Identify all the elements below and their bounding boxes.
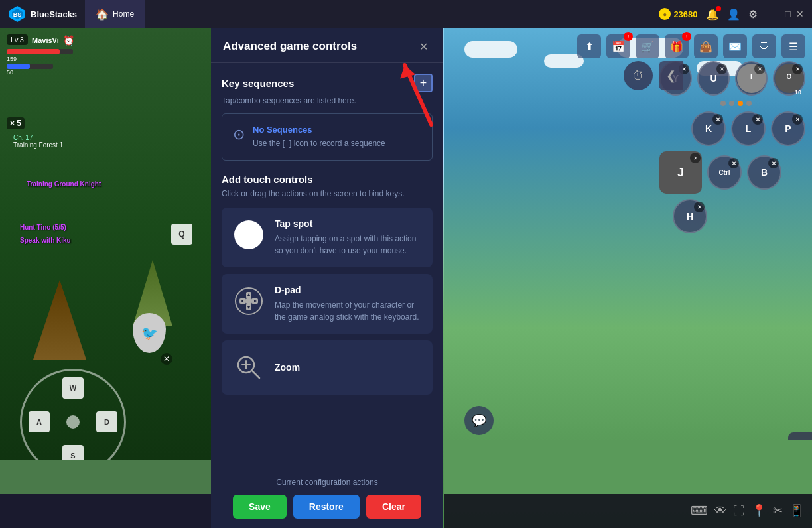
mail-icon[interactable]: ✉️ [723,34,747,58]
app-title: BlueStacks [31,9,77,19]
dpad-card[interactable]: D-pad Map the movement of your character… [222,274,433,334]
timer-btn[interactable]: ⏱ [624,61,653,90]
ctrl-key[interactable]: Ctrl ✕ [707,155,742,190]
d-key[interactable]: D [96,411,117,432]
coin-value: 23680 [673,9,697,19]
ctrl-key-close[interactable]: ✕ [728,158,739,168]
mp-bar [7,64,30,69]
top-bar-right: ● 23680 🔔 👤 ⚙ — □ ✕ [659,8,812,21]
clear-button[interactable]: Clear [366,495,421,519]
coin-icon: ● [659,8,671,20]
right-ground [444,440,812,494]
key-row-3: J ✕ Ctrl ✕ B ✕ [659,151,812,194]
hp-bar-container [7,49,73,54]
calendar-badge: ! [624,32,633,41]
home-tab-icon: 🏠 [96,8,109,21]
dpad-icon [232,285,265,318]
expand-toolbar-icon[interactable]: ⛶ [733,504,745,518]
k-key-close[interactable]: ✕ [712,114,723,125]
save-button[interactable]: Save [233,495,287,519]
l-key[interactable]: L ✕ [731,111,766,146]
phone-toolbar-icon[interactable]: 📱 [789,503,804,518]
footer-section-title: Current configuration actions [223,478,431,487]
shield-icon[interactable]: 🛡 [752,34,776,58]
zoom-icon [232,351,265,384]
i-key-close[interactable]: ✕ [754,64,765,74]
chat-btn[interactable]: 💬 [464,406,494,435]
location-name: Training Forest 1 [13,141,63,149]
bluestacks-logo-icon: BS [8,5,27,23]
profile-icon[interactable]: 👤 [727,8,740,21]
p-key[interactable]: P ✕ [771,111,805,146]
i-key[interactable]: I ✕ [735,61,768,96]
close-btn[interactable]: ✕ [796,9,804,19]
tap-spot-desc: Assign tapping on a spot with this actio… [275,233,422,257]
x-close-btn[interactable]: ✕ [161,353,172,365]
settings-icon[interactable]: ⚙ [748,8,758,21]
npc3-label: Speak with Kiku [20,237,71,244]
o-key[interactable]: O ✕ 10 [773,61,805,96]
player-info: Lv.3 MavisVi ⏰ 159 50 [7,34,74,76]
menu-icon[interactable]: ☰ [781,34,805,58]
bell-icon[interactable]: 🔔 [706,8,719,21]
u-key-close[interactable]: ✕ [716,64,727,74]
key-sequences-title: Key sequences [222,78,294,89]
no-seq-record-icon: ⊙ [233,126,245,143]
j-key[interactable]: J ✕ [659,151,702,194]
scissors-toolbar-icon[interactable]: ✂ [773,503,783,518]
dpad-center [66,415,80,429]
svg-text:BS: BS [13,11,22,18]
ground [0,460,212,494]
player-name: MavisVi [32,36,59,44]
tap-spot-icon [232,218,265,251]
h-key-close[interactable]: ✕ [694,202,705,212]
cloud1 [464,41,517,58]
maximize-btn[interactable]: □ [785,9,791,19]
window-controls: — □ ✕ [771,9,804,19]
calendar-icon[interactable]: 📅 ! [606,34,630,58]
svg-line-14 [252,371,259,378]
waypoint-icon[interactable]: ⬆ [577,34,601,58]
location-toolbar-icon[interactable]: 📍 [752,503,766,518]
minimize-btn[interactable]: — [771,9,780,19]
restore-button[interactable]: Restore [293,495,360,519]
dpad-control[interactable]: W A S D [20,369,126,475]
gift-badge: ! [682,32,691,41]
right-back-arrow[interactable]: ❮ [659,61,683,90]
q-key[interactable]: Q [171,224,192,245]
no-seq-content: No Sequences Use the [+] icon to record … [253,125,385,149]
w-key[interactable]: W [62,377,84,399]
tap-spot-card[interactable]: Tap spot Assign tapping on a spot with t… [222,208,433,267]
tap-spot-circle [234,220,263,249]
eye-toolbar-icon[interactable]: 👁 [714,504,726,518]
gift-icon[interactable]: 🎁 ! [665,34,689,58]
u-key[interactable]: U ✕ [697,61,730,96]
tree-decoration [33,280,86,360]
p-key-close[interactable]: ✕ [792,114,803,125]
dpad-name: D-pad [275,285,422,295]
hp-bar [7,49,60,54]
key-sequences-header: Key sequences + [222,74,433,92]
mp-bar-container [7,64,53,69]
cart-icon[interactable]: 🛒 [636,34,659,58]
clock-icon: ⏰ [63,35,74,46]
home-tab[interactable]: 🏠 Home [85,0,145,28]
k-key[interactable]: K ✕ [691,111,726,146]
modal-close-btn[interactable]: ✕ [415,38,431,54]
j-key-close[interactable]: ✕ [690,153,701,163]
zoom-svg-icon [234,353,263,382]
l-key-close[interactable]: ✕ [752,114,763,125]
no-seq-text: Use the [+] icon to record a sequence [253,137,385,149]
o-key-close[interactable]: ✕ [792,64,803,74]
add-sequence-btn[interactable]: + [414,74,433,92]
key-row-2: K ✕ L ✕ P ✕ [659,111,812,146]
h-key[interactable]: H ✕ [673,199,707,233]
b-key-close[interactable]: ✕ [768,158,779,168]
keyboard-toolbar-icon[interactable]: ⌨ [691,503,708,518]
zoom-card[interactable]: Zoom [222,340,433,395]
b-key[interactable]: B ✕ [747,155,781,190]
zoom-name: Zoom [275,362,300,373]
multiplier: × 5 [7,117,25,129]
a-key[interactable]: A [29,411,50,432]
bag-icon[interactable]: 👜 [694,34,718,58]
